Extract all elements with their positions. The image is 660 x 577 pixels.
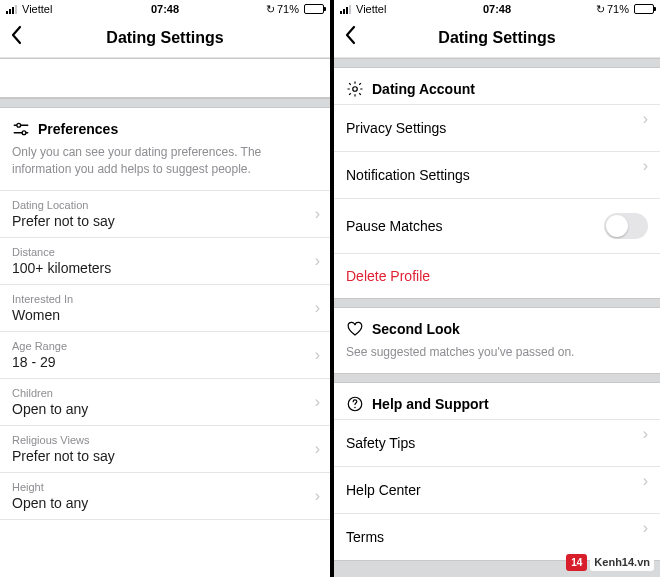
dating-account-header: Dating Account [334,68,660,104]
battery-pct: 71% [277,3,299,15]
pref-distance[interactable]: Distance 100+ kilometers › [0,237,330,284]
chevron-right-icon: › [315,205,320,223]
status-bar: Viettel 07:48 ↻ 71% [334,0,660,18]
battery-icon [304,4,324,14]
svg-point-6 [354,406,356,408]
sliders-icon [12,120,30,138]
gear-icon [346,80,364,98]
signal-icon [6,5,17,14]
signal-icon [340,5,351,14]
section-separator [334,58,660,68]
pause-matches-row[interactable]: Pause Matches [334,198,660,253]
content-scroll[interactable]: Preferences Only you can see your dating… [0,58,330,577]
watermark: 14 Kenh14.vn [566,553,654,571]
pref-height[interactable]: Height Open to any › [0,472,330,520]
page-title: Dating Settings [106,29,223,47]
watermark-badge: 14 [566,554,587,571]
second-look-description: See suggested matches you've passed on. [334,344,660,373]
pref-religious-views[interactable]: Religious Views Prefer not to say › [0,425,330,472]
chevron-right-icon: › [315,346,320,364]
phone-left: Viettel 07:48 ↻ 71% Dating Settings Pref… [0,0,330,577]
chevron-right-icon: › [315,487,320,505]
nav-header: Dating Settings [0,18,330,58]
nav-header: Dating Settings [334,18,660,58]
battery-icon [634,4,654,14]
content-scroll[interactable]: Dating Account Privacy Settings › Notifi… [334,58,660,577]
clock: 07:48 [483,3,511,15]
page-title: Dating Settings [438,29,555,47]
privacy-settings-row[interactable]: Privacy Settings › [334,104,660,151]
svg-point-4 [353,87,358,92]
phone-right: Viettel 07:48 ↻ 71% Dating Settings Dati… [330,0,660,577]
chevron-right-icon: › [643,472,648,490]
sync-icon: ↻ [596,3,605,16]
section-separator [334,373,660,383]
chevron-right-icon: › [643,157,648,175]
clock: 07:48 [151,3,179,15]
safety-tips-row[interactable]: Safety Tips › [334,419,660,466]
question-icon [346,395,364,413]
back-button[interactable] [10,25,22,51]
second-look-header[interactable]: Second Look [334,308,660,344]
pref-dating-location[interactable]: Dating Location Prefer not to say › [0,190,330,237]
pause-matches-toggle[interactable] [604,213,648,239]
pref-interested-in[interactable]: Interested In Women › [0,284,330,331]
chevron-right-icon: › [315,440,320,458]
chevron-left-icon [10,25,22,45]
pref-children[interactable]: Children Open to any › [0,378,330,425]
delete-profile-row[interactable]: Delete Profile [334,253,660,298]
preferences-header: Preferences [0,108,330,144]
battery-pct: 71% [607,3,629,15]
chevron-right-icon: › [643,519,648,537]
svg-point-3 [22,131,26,135]
preferences-description: Only you can see your dating preferences… [0,144,330,190]
status-bar: Viettel 07:48 ↻ 71% [0,0,330,18]
carrier-label: Viettel [22,3,52,15]
notification-settings-row[interactable]: Notification Settings › [334,151,660,198]
section-separator [334,298,660,308]
pref-age-range[interactable]: Age Range 18 - 29 › [0,331,330,378]
help-support-header: Help and Support [334,383,660,419]
carrier-label: Viettel [356,3,386,15]
help-center-row[interactable]: Help Center › [334,466,660,513]
svg-point-1 [17,123,21,127]
chevron-right-icon: › [315,299,320,317]
chevron-right-icon: › [315,252,320,270]
section-separator [0,98,330,108]
chevron-right-icon: › [643,110,648,128]
chevron-right-icon: › [643,425,648,443]
watermark-text: Kenh14.vn [590,553,654,571]
heart-icon [346,320,364,338]
back-button[interactable] [344,25,356,51]
spacer [0,58,330,98]
chevron-right-icon: › [315,393,320,411]
chevron-left-icon [344,25,356,45]
sync-icon: ↻ [266,3,275,16]
